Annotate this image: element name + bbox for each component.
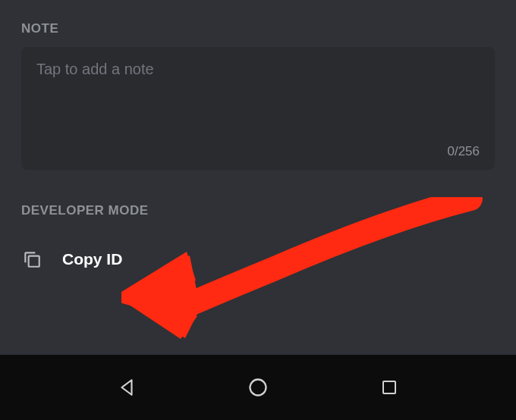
developer-mode-header: DEVELOPER MODE (21, 203, 495, 218)
home-button[interactable] (244, 374, 272, 401)
svg-rect-4 (383, 381, 395, 393)
copy-id-button[interactable]: Copy ID (21, 229, 495, 309)
note-input-box[interactable]: Tap to add a note 0/256 (21, 47, 495, 170)
copy-id-label: Copy ID (62, 250, 122, 268)
note-placeholder: Tap to add a note (36, 61, 480, 78)
note-char-counter: 0/256 (447, 144, 480, 159)
svg-point-3 (250, 380, 266, 396)
svg-rect-0 (29, 256, 39, 267)
back-button[interactable] (113, 374, 140, 401)
copy-icon (21, 249, 42, 270)
note-section-header: NOTE (21, 21, 495, 36)
recent-apps-button[interactable] (376, 374, 403, 401)
android-nav-bar (0, 355, 516, 420)
